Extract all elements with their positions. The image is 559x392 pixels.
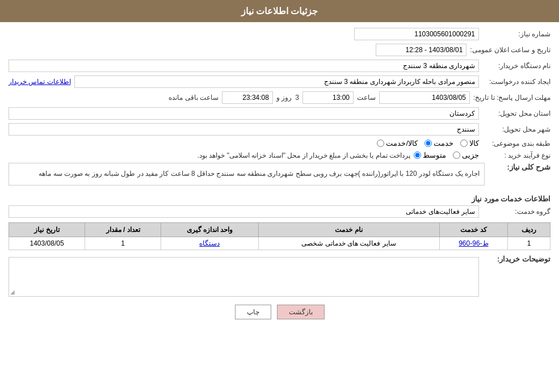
- cell-code[interactable]: ط-96-960: [439, 237, 508, 250]
- page-title: جزئیات اطلاعات نیاز: [241, 6, 318, 16]
- description-section: شرح کلی نیاز: اجاره یک دستگاه لودر 120 ب…: [9, 163, 550, 190]
- buyer-name-input[interactable]: [9, 60, 479, 72]
- col-code: کد خدمت: [439, 222, 508, 237]
- delivery-province-input[interactable]: [9, 107, 479, 120]
- purchase-type-jozee-label: جزیی: [462, 151, 479, 159]
- creator-input[interactable]: [74, 75, 479, 88]
- response-remaining-input[interactable]: [222, 91, 273, 104]
- announcement-date-label: تاریخ و ساعت اعلان عمومی:: [470, 46, 550, 54]
- purchase-type-jozee-radio[interactable]: [453, 151, 460, 159]
- response-remaining-label: ساعت باقی مانده: [169, 94, 218, 102]
- purchase-type-label: نوع فرآیند خرید :: [482, 151, 550, 159]
- delivery-city-input[interactable]: [9, 123, 479, 136]
- response-deadline-row: مهلت ارسال پاسخ: تا تاریخ: ساعت 3 روز و …: [9, 91, 550, 104]
- need-number-input[interactable]: [354, 28, 479, 40]
- service-info-title: اطلاعات خدمات مورد نیاز: [9, 195, 550, 203]
- response-time-input[interactable]: [302, 91, 354, 104]
- back-button[interactable]: بازگشت: [277, 305, 325, 319]
- response-date-input[interactable]: [379, 91, 470, 104]
- purchase-type-mottaset-radio[interactable]: [414, 151, 421, 159]
- delivery-city-row: شهر محل تحویل:: [9, 123, 550, 136]
- purchase-type-option-mottaset: متوسط: [414, 151, 446, 159]
- response-deadline-label: مهلت ارسال پاسخ: تا تاریخ:: [473, 94, 550, 102]
- table-row: 1 ط-96-960 سایر فعالیت های خدماتی شخصی د…: [9, 237, 550, 250]
- buyer-name-label: نام دستگاه خریدار:: [482, 62, 550, 70]
- purchase-type-note: پرداخت تمام یا بخشی از مبلغ خریدار از مح…: [197, 151, 410, 159]
- category-option-kala-khedmat: کالا/خدمت: [377, 139, 418, 147]
- purchase-type-option-jozee: جزیی: [453, 151, 479, 159]
- category-kala-khedmat-label: کالا/خدمت: [386, 139, 418, 147]
- cell-unit[interactable]: دستگاه: [161, 237, 259, 250]
- delivery-city-label: شهر محل تحویل:: [482, 125, 550, 133]
- purchase-type-row: نوع فرآیند خرید : متوسط جزیی پرداخت تمام…: [9, 151, 550, 159]
- resize-handle: ◢: [10, 289, 15, 295]
- announcement-date-row: تاریخ و ساعت اعلان عمومی:: [9, 44, 550, 56]
- response-days-value: 3: [295, 94, 299, 102]
- service-group-row: گروه خدمت:: [9, 205, 550, 218]
- col-quantity: تعداد / مقدار: [85, 222, 161, 237]
- purchase-type-mottaset-label: متوسط: [423, 151, 446, 159]
- col-date: تاریخ نیاز: [9, 222, 85, 237]
- buyer-notes-label: توضیحات خریدار:: [482, 255, 550, 263]
- col-name: نام خدمت: [258, 222, 439, 237]
- buyer-name-row: نام دستگاه خریدار:: [9, 60, 550, 72]
- form-content: شماره نیاز: تاریخ و ساعت اعلان عمومی: نا…: [0, 22, 559, 331]
- need-number-row: شماره نیاز:: [9, 28, 550, 40]
- description-label: شرح کلی نیاز:: [488, 163, 550, 171]
- creator-label: ایجاد کننده درخواست:: [482, 78, 550, 86]
- service-group-label: گروه خدمت:: [482, 208, 550, 216]
- page-header: جزئیات اطلاعات نیاز: [0, 0, 559, 22]
- col-row: ردیف: [508, 222, 550, 237]
- description-content: اجاره یک دستگاه لودر 120 با اپراتور(رانن…: [39, 170, 480, 178]
- purchase-type-radio-group: متوسط جزیی: [414, 151, 479, 159]
- cell-date: 1403/08/05: [9, 237, 85, 250]
- services-table: ردیف کد خدمت نام خدمت واحد اندازه گیری ت…: [9, 222, 550, 250]
- description-text: اجاره یک دستگاه لودر 120 با اپراتور(رانن…: [9, 163, 485, 186]
- category-option-kala: کالا: [460, 139, 479, 147]
- need-number-label: شماره نیاز:: [482, 30, 550, 38]
- category-radio-group: کالا/خدمت خدمت کالا: [377, 139, 479, 147]
- cell-quantity: 1: [85, 237, 161, 250]
- response-time-label: ساعت: [357, 94, 376, 102]
- response-days-label: روز و: [276, 94, 292, 102]
- delivery-province-label: استان محل تحویل:: [482, 109, 550, 117]
- delivery-province-row: استان محل تحویل:: [9, 107, 550, 120]
- cell-row: 1: [508, 237, 550, 250]
- print-button[interactable]: چاپ: [235, 305, 271, 319]
- contact-info-link[interactable]: اطلاعات تماس خریدار: [9, 78, 71, 86]
- creator-row: ایجاد کننده درخواست: اطلاعات تماس خریدار: [9, 75, 550, 88]
- col-unit: واحد اندازه گیری: [161, 222, 259, 237]
- buyer-notes-box: ◢: [9, 257, 479, 297]
- announcement-date-input[interactable]: [376, 44, 466, 56]
- category-kala-radio[interactable]: [460, 140, 468, 147]
- cell-name: سایر فعالیت های خدماتی شخصی: [258, 237, 439, 250]
- category-khedmat-radio[interactable]: [424, 140, 432, 147]
- service-group-input[interactable]: [9, 205, 479, 218]
- category-label: طبقه بندی موضوعی:: [482, 140, 550, 147]
- services-table-section: ردیف کد خدمت نام خدمت واحد اندازه گیری ت…: [9, 222, 550, 250]
- category-kala-label: کالا: [469, 139, 479, 147]
- category-kala-khedmat-radio[interactable]: [377, 140, 384, 147]
- main-container: جزئیات اطلاعات نیاز شماره نیاز: تاریخ و …: [0, 0, 559, 392]
- bottom-buttons: بازگشت چاپ: [9, 305, 550, 319]
- buyer-notes-row: توضیحات خریدار: ◢: [9, 255, 550, 297]
- category-option-khedmat: خدمت: [424, 139, 453, 147]
- category-row: طبقه بندی موضوعی: کالا/خدمت خدمت کالا: [9, 139, 550, 147]
- category-khedmat-label: خدمت: [434, 139, 453, 147]
